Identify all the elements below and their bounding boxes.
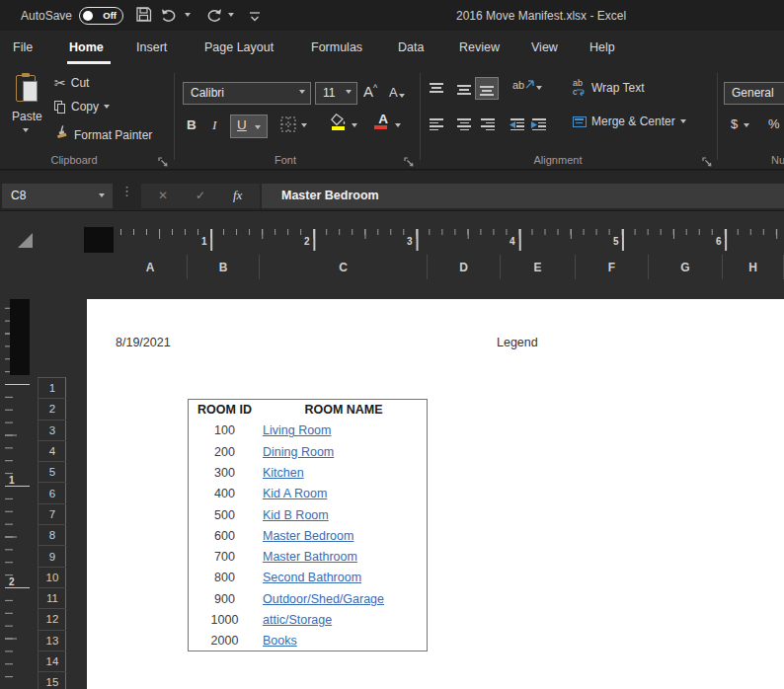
- cancel-icon[interactable]: ✕: [158, 189, 168, 202]
- font-name-combobox[interactable]: Calibri: [183, 82, 311, 105]
- room-link[interactable]: Second Bathroom: [263, 571, 361, 584]
- align-bottom-button[interactable]: [475, 77, 499, 100]
- tab-page-layout[interactable]: Page Layout: [204, 40, 274, 54]
- align-left-button[interactable]: [426, 115, 447, 134]
- undo-dropdown-icon[interactable]: [185, 13, 191, 17]
- merge-center-button[interactable]: Merge & Center: [573, 115, 686, 128]
- insert-function-icon[interactable]: fx: [233, 188, 242, 203]
- tab-home[interactable]: Home: [69, 40, 104, 54]
- format-painter-button[interactable]: Format Painter: [54, 125, 152, 144]
- undo-button[interactable]: [161, 8, 179, 26]
- accounting-format-button[interactable]: $: [731, 116, 738, 131]
- italic-button[interactable]: I: [212, 117, 217, 133]
- row-header-12[interactable]: 12: [38, 609, 66, 630]
- row-header-5[interactable]: 5: [38, 462, 66, 483]
- row-header-3[interactable]: 3: [38, 421, 66, 441]
- active-tab-underline: [67, 61, 111, 64]
- row-header-8[interactable]: 8: [38, 525, 66, 546]
- increase-font-size-button[interactable]: A^: [363, 83, 377, 100]
- tab-review[interactable]: Review: [459, 40, 500, 54]
- room-link[interactable]: Kid A Room: [263, 487, 327, 500]
- fill-color-dropdown-icon[interactable]: [352, 123, 357, 127]
- underline-button[interactable]: U: [230, 115, 268, 138]
- copy-button[interactable]: Copy: [54, 100, 110, 114]
- borders-dropdown-icon[interactable]: [301, 123, 307, 127]
- column-header-h[interactable]: H: [723, 255, 784, 279]
- save-icon[interactable]: [135, 6, 152, 27]
- column-header-f[interactable]: F: [576, 255, 649, 279]
- paste-icon[interactable]: [16, 75, 41, 107]
- wrap-text-button[interactable]: abc Wrap Text: [573, 79, 645, 97]
- font-dialog-launcher-icon[interactable]: [404, 154, 416, 166]
- decrease-font-size-button[interactable]: A: [389, 85, 404, 100]
- accounting-dropdown-icon[interactable]: [744, 123, 749, 127]
- tab-file[interactable]: File: [13, 40, 33, 54]
- row-header-9[interactable]: 9: [38, 546, 66, 567]
- name-box[interactable]: C8: [2, 184, 113, 208]
- row-header-11[interactable]: 11: [38, 588, 66, 609]
- alignment-dialog-launcher-icon[interactable]: [702, 154, 714, 166]
- number-format-combobox[interactable]: General: [724, 82, 784, 105]
- row-header-4[interactable]: 4: [38, 441, 66, 462]
- cut-button[interactable]: ✂ Cut: [54, 75, 89, 91]
- font-color-button[interactable]: A: [374, 112, 392, 131]
- column-header-g[interactable]: G: [649, 255, 723, 279]
- column-header-b[interactable]: B: [188, 255, 260, 279]
- row-header-7[interactable]: 7: [38, 504, 66, 525]
- row-header-2[interactable]: 2: [38, 399, 66, 420]
- copy-dropdown-icon[interactable]: [104, 105, 110, 109]
- row-header-13[interactable]: 13: [38, 631, 66, 651]
- fill-color-button[interactable]: [331, 113, 349, 132]
- merge-center-dropdown-icon[interactable]: [680, 119, 686, 123]
- align-top-button[interactable]: [426, 79, 447, 99]
- redo-dropdown-icon[interactable]: [228, 13, 234, 17]
- column-header-a[interactable]: A: [114, 255, 188, 279]
- formula-bar-input[interactable]: Master Bedroom: [262, 184, 784, 208]
- tab-data[interactable]: Data: [398, 40, 424, 54]
- redo-button[interactable]: [204, 8, 222, 26]
- row-header-15[interactable]: 15: [38, 672, 66, 689]
- percent-style-button[interactable]: %: [768, 116, 780, 131]
- tab-formulas[interactable]: Formulas: [311, 40, 362, 54]
- tab-help[interactable]: Help: [589, 40, 615, 54]
- room-link[interactable]: Living Room: [263, 423, 331, 437]
- orientation-dropdown-icon[interactable]: [536, 86, 542, 90]
- align-center-button[interactable]: [453, 115, 475, 134]
- room-link[interactable]: Kitchen: [263, 466, 304, 480]
- room-link[interactable]: Outdoor/Shed/Garage: [263, 592, 384, 606]
- row-header-6[interactable]: 6: [38, 483, 66, 503]
- room-name-header: ROOM NAME: [261, 403, 427, 417]
- room-link[interactable]: Master Bedroom: [263, 529, 353, 543]
- font-group-label: Font: [261, 154, 310, 166]
- tab-view[interactable]: View: [531, 40, 558, 54]
- align-right-button[interactable]: [477, 115, 499, 134]
- align-middle-button[interactable]: [453, 79, 475, 99]
- column-header-c[interactable]: C: [260, 255, 428, 279]
- room-link[interactable]: attic/Storage: [263, 613, 332, 627]
- decrease-indent-button[interactable]: [507, 115, 528, 134]
- borders-button[interactable]: [280, 116, 296, 136]
- room-link[interactable]: Dining Room: [263, 445, 334, 459]
- paste-button[interactable]: Paste: [12, 110, 42, 123]
- customize-qat-icon[interactable]: [249, 9, 261, 27]
- clipboard-dialog-launcher-icon[interactable]: [158, 154, 170, 166]
- font-size-combobox[interactable]: 11: [315, 82, 357, 105]
- increase-indent-button[interactable]: [528, 115, 550, 134]
- bold-button[interactable]: B: [187, 117, 196, 132]
- tab-insert[interactable]: Insert: [136, 40, 167, 54]
- room-link[interactable]: Books: [263, 634, 297, 648]
- column-header-d[interactable]: D: [428, 255, 501, 279]
- orientation-button[interactable]: ab: [512, 79, 535, 91]
- room-link[interactable]: Master Bathroom: [263, 550, 357, 564]
- paste-dropdown-icon[interactable]: [23, 128, 29, 132]
- row-header-14[interactable]: 14: [38, 651, 66, 672]
- row-header-10[interactable]: 10: [38, 568, 66, 588]
- row-headers: 1 2 3 4 5 6 7 8 9 10 11 12 13 14 15: [38, 377, 66, 689]
- enter-icon[interactable]: ✓: [196, 189, 205, 202]
- room-link[interactable]: Kid B Room: [263, 508, 329, 522]
- select-all-button[interactable]: [18, 233, 33, 248]
- autosave-toggle[interactable]: Off: [79, 7, 123, 25]
- font-color-dropdown-icon[interactable]: [395, 123, 401, 127]
- row-header-1[interactable]: 1: [38, 378, 66, 399]
- column-header-e[interactable]: E: [501, 255, 576, 279]
